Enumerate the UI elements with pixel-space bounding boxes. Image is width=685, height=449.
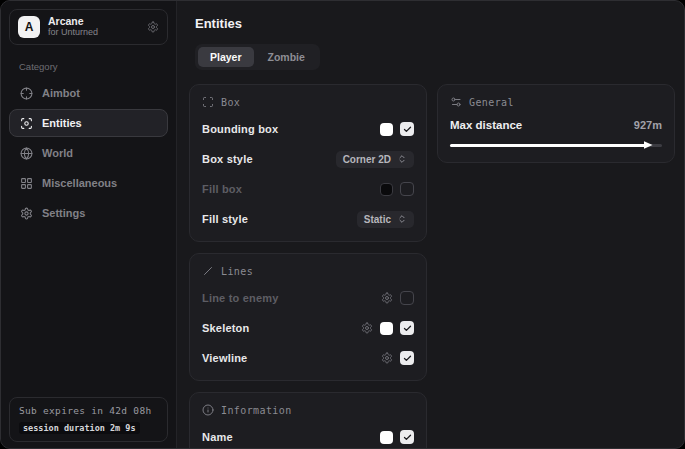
app-subtitle: for Unturned (48, 28, 139, 38)
sidebar-item-label: Miscellaneous (42, 177, 117, 189)
sliders-icon (450, 96, 462, 108)
main-panel: Entities Player Zombie Box Bounding box (177, 1, 685, 448)
fill-box-checkbox[interactable] (400, 182, 414, 196)
sidebar-item-label: World (42, 147, 73, 159)
sidebar-item-label: Settings (42, 207, 85, 219)
setting-row-max-distance: Max distance 927m (450, 119, 662, 131)
setting-row-fill-style: Fill style Static (202, 210, 414, 228)
sidebar-item-label: Entities (42, 117, 82, 129)
line-icon (202, 265, 214, 277)
line-to-enemy-checkbox[interactable] (400, 291, 414, 305)
color-swatch[interactable] (380, 123, 393, 136)
max-distance-slider[interactable] (450, 141, 662, 149)
box-card: Box Bounding box Box style (189, 84, 427, 242)
card-title: Box (221, 97, 240, 108)
app-title: Arcane (48, 16, 139, 28)
setting-row-fill-box: Fill box (202, 180, 414, 198)
setting-row-bounding-box: Bounding box (202, 120, 414, 138)
card-title: Lines (221, 266, 253, 277)
sidebar-item-aimbot[interactable]: Aimbot (9, 79, 168, 107)
gear-icon (20, 207, 33, 220)
bounding-box-checkbox[interactable] (400, 122, 414, 136)
lines-card: Lines Line to enemy Skeleton (189, 253, 427, 381)
page-title: Entities (195, 16, 675, 31)
viewline-checkbox[interactable] (400, 351, 414, 365)
gear-icon[interactable] (361, 322, 373, 334)
sidebar-item-entities[interactable]: Entities (9, 109, 168, 137)
info-icon (202, 404, 214, 416)
sidebar-item-miscellaneous[interactable]: Miscellaneous (9, 169, 168, 197)
scan-entity-icon (20, 117, 33, 130)
entity-tabs: Player Zombie (195, 44, 320, 70)
logo-card: A Arcane for Unturned (9, 9, 168, 45)
chevrons-up-down-icon (397, 154, 407, 164)
setting-row-line-to-enemy: Line to enemy (202, 289, 414, 307)
sidebar-nav: Aimbot Entities World Miscellaneous (9, 79, 168, 227)
information-card: Information Name Distance (189, 392, 427, 449)
sub-expiry-text: Sub expires in 42d 08h (19, 405, 158, 416)
box-style-select[interactable]: Corner 2D (336, 151, 414, 168)
sidebar: A Arcane for Unturned Category Aimbot (1, 1, 177, 448)
card-title: General (469, 97, 514, 108)
sidebar-item-settings[interactable]: Settings (9, 199, 168, 227)
max-distance-value: 927m (634, 119, 662, 131)
setting-row-box-style: Box style Corner 2D (202, 150, 414, 168)
setting-row-viewline: Viewline (202, 349, 414, 367)
setting-row-name: Name (202, 428, 414, 446)
slider-thumb[interactable] (644, 141, 653, 149)
subscription-info: Sub expires in 42d 08h session duration … (9, 397, 168, 442)
session-duration-text: session duration 2m 9s (19, 422, 140, 434)
color-swatch[interactable] (380, 322, 393, 335)
gear-icon[interactable] (381, 352, 393, 364)
app-logo: A (18, 16, 40, 38)
sidebar-item-label: Aimbot (42, 87, 80, 99)
app-window: A Arcane for Unturned Category Aimbot (0, 0, 685, 449)
name-checkbox[interactable] (400, 430, 414, 444)
grid-icon (20, 177, 33, 190)
chevrons-up-down-icon (397, 214, 407, 224)
color-swatch[interactable] (380, 431, 393, 444)
gear-icon[interactable] (147, 21, 159, 33)
color-swatch[interactable] (380, 183, 393, 196)
tab-zombie[interactable]: Zombie (256, 47, 317, 67)
general-card: General Max distance 927m (437, 84, 675, 163)
crosshair-icon (20, 87, 33, 100)
gear-icon[interactable] (381, 292, 393, 304)
sidebar-item-world[interactable]: World (9, 139, 168, 167)
category-label: Category (19, 61, 168, 72)
slider-fill (450, 144, 647, 147)
fill-style-select[interactable]: Static (357, 211, 414, 228)
scan-corners-icon (202, 96, 214, 108)
skeleton-checkbox[interactable] (400, 321, 414, 335)
setting-row-skeleton: Skeleton (202, 319, 414, 337)
card-title: Information (221, 405, 292, 416)
globe-icon (20, 147, 33, 160)
tab-player[interactable]: Player (198, 47, 254, 67)
